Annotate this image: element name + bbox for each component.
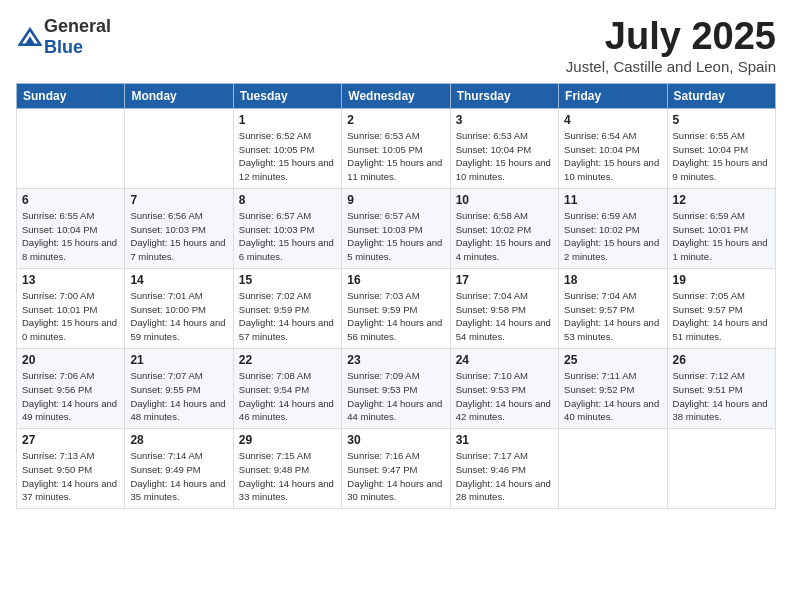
page-header: General Blue July 2025 Justel, Castille …	[16, 16, 776, 75]
calendar-cell: 17Sunrise: 7:04 AMSunset: 9:58 PMDayligh…	[450, 268, 558, 348]
day-number: 7	[130, 193, 227, 207]
day-detail: Sunrise: 6:57 AMSunset: 10:03 PMDaylight…	[347, 209, 444, 264]
calendar-cell: 18Sunrise: 7:04 AMSunset: 9:57 PMDayligh…	[559, 268, 667, 348]
weekday-header-thursday: Thursday	[450, 83, 558, 108]
day-number: 30	[347, 433, 444, 447]
day-detail: Sunrise: 7:02 AMSunset: 9:59 PMDaylight:…	[239, 289, 336, 344]
day-number: 28	[130, 433, 227, 447]
calendar-cell: 16Sunrise: 7:03 AMSunset: 9:59 PMDayligh…	[342, 268, 450, 348]
calendar-cell: 2Sunrise: 6:53 AMSunset: 10:05 PMDayligh…	[342, 108, 450, 188]
day-number: 12	[673, 193, 770, 207]
calendar-cell: 20Sunrise: 7:06 AMSunset: 9:56 PMDayligh…	[17, 348, 125, 428]
calendar-cell: 13Sunrise: 7:00 AMSunset: 10:01 PMDaylig…	[17, 268, 125, 348]
svg-marker-1	[25, 36, 35, 45]
calendar-cell: 12Sunrise: 6:59 AMSunset: 10:01 PMDaylig…	[667, 188, 775, 268]
calendar-week-row: 27Sunrise: 7:13 AMSunset: 9:50 PMDayligh…	[17, 429, 776, 509]
day-number: 3	[456, 113, 553, 127]
calendar-cell	[667, 429, 775, 509]
day-number: 19	[673, 273, 770, 287]
day-detail: Sunrise: 7:13 AMSunset: 9:50 PMDaylight:…	[22, 449, 119, 504]
day-detail: Sunrise: 7:17 AMSunset: 9:46 PMDaylight:…	[456, 449, 553, 504]
day-number: 4	[564, 113, 661, 127]
day-detail: Sunrise: 7:08 AMSunset: 9:54 PMDaylight:…	[239, 369, 336, 424]
day-number: 5	[673, 113, 770, 127]
weekday-header-tuesday: Tuesday	[233, 83, 341, 108]
calendar-week-row: 13Sunrise: 7:00 AMSunset: 10:01 PMDaylig…	[17, 268, 776, 348]
day-number: 9	[347, 193, 444, 207]
day-number: 15	[239, 273, 336, 287]
calendar-cell: 21Sunrise: 7:07 AMSunset: 9:55 PMDayligh…	[125, 348, 233, 428]
weekday-header-row: SundayMondayTuesdayWednesdayThursdayFrid…	[17, 83, 776, 108]
day-number: 22	[239, 353, 336, 367]
day-detail: Sunrise: 7:10 AMSunset: 9:53 PMDaylight:…	[456, 369, 553, 424]
calendar-cell: 28Sunrise: 7:14 AMSunset: 9:49 PMDayligh…	[125, 429, 233, 509]
calendar-cell: 27Sunrise: 7:13 AMSunset: 9:50 PMDayligh…	[17, 429, 125, 509]
calendar-cell: 24Sunrise: 7:10 AMSunset: 9:53 PMDayligh…	[450, 348, 558, 428]
day-number: 13	[22, 273, 119, 287]
day-detail: Sunrise: 6:54 AMSunset: 10:04 PMDaylight…	[564, 129, 661, 184]
title-block: July 2025 Justel, Castille and Leon, Spa…	[566, 16, 776, 75]
day-number: 26	[673, 353, 770, 367]
day-detail: Sunrise: 6:55 AMSunset: 10:04 PMDaylight…	[673, 129, 770, 184]
day-number: 23	[347, 353, 444, 367]
day-detail: Sunrise: 6:57 AMSunset: 10:03 PMDaylight…	[239, 209, 336, 264]
calendar-cell: 26Sunrise: 7:12 AMSunset: 9:51 PMDayligh…	[667, 348, 775, 428]
weekday-header-friday: Friday	[559, 83, 667, 108]
calendar-cell: 30Sunrise: 7:16 AMSunset: 9:47 PMDayligh…	[342, 429, 450, 509]
calendar-cell: 15Sunrise: 7:02 AMSunset: 9:59 PMDayligh…	[233, 268, 341, 348]
calendar-cell: 4Sunrise: 6:54 AMSunset: 10:04 PMDayligh…	[559, 108, 667, 188]
day-number: 31	[456, 433, 553, 447]
day-detail: Sunrise: 7:11 AMSunset: 9:52 PMDaylight:…	[564, 369, 661, 424]
calendar-cell: 11Sunrise: 6:59 AMSunset: 10:02 PMDaylig…	[559, 188, 667, 268]
calendar-cell: 14Sunrise: 7:01 AMSunset: 10:00 PMDaylig…	[125, 268, 233, 348]
day-detail: Sunrise: 7:06 AMSunset: 9:56 PMDaylight:…	[22, 369, 119, 424]
weekday-header-sunday: Sunday	[17, 83, 125, 108]
day-number: 10	[456, 193, 553, 207]
day-number: 27	[22, 433, 119, 447]
day-detail: Sunrise: 7:14 AMSunset: 9:49 PMDaylight:…	[130, 449, 227, 504]
day-detail: Sunrise: 6:53 AMSunset: 10:04 PMDaylight…	[456, 129, 553, 184]
calendar-cell	[125, 108, 233, 188]
day-detail: Sunrise: 6:56 AMSunset: 10:03 PMDaylight…	[130, 209, 227, 264]
calendar-cell: 9Sunrise: 6:57 AMSunset: 10:03 PMDayligh…	[342, 188, 450, 268]
day-number: 21	[130, 353, 227, 367]
calendar-cell	[559, 429, 667, 509]
weekday-header-monday: Monday	[125, 83, 233, 108]
logo-text-blue: Blue	[44, 37, 83, 57]
calendar-cell: 3Sunrise: 6:53 AMSunset: 10:04 PMDayligh…	[450, 108, 558, 188]
logo-text-general: General	[44, 16, 111, 36]
day-detail: Sunrise: 7:04 AMSunset: 9:58 PMDaylight:…	[456, 289, 553, 344]
day-number: 16	[347, 273, 444, 287]
logo-icon	[18, 27, 42, 47]
weekday-header-saturday: Saturday	[667, 83, 775, 108]
day-number: 20	[22, 353, 119, 367]
location-title: Justel, Castille and Leon, Spain	[566, 58, 776, 75]
calendar-cell: 6Sunrise: 6:55 AMSunset: 10:04 PMDayligh…	[17, 188, 125, 268]
day-detail: Sunrise: 7:09 AMSunset: 9:53 PMDaylight:…	[347, 369, 444, 424]
calendar-cell: 29Sunrise: 7:15 AMSunset: 9:48 PMDayligh…	[233, 429, 341, 509]
calendar-cell: 10Sunrise: 6:58 AMSunset: 10:02 PMDaylig…	[450, 188, 558, 268]
day-number: 1	[239, 113, 336, 127]
day-detail: Sunrise: 7:16 AMSunset: 9:47 PMDaylight:…	[347, 449, 444, 504]
day-number: 29	[239, 433, 336, 447]
day-detail: Sunrise: 6:59 AMSunset: 10:02 PMDaylight…	[564, 209, 661, 264]
day-detail: Sunrise: 7:12 AMSunset: 9:51 PMDaylight:…	[673, 369, 770, 424]
day-detail: Sunrise: 6:53 AMSunset: 10:05 PMDaylight…	[347, 129, 444, 184]
calendar-cell: 22Sunrise: 7:08 AMSunset: 9:54 PMDayligh…	[233, 348, 341, 428]
calendar-cell: 8Sunrise: 6:57 AMSunset: 10:03 PMDayligh…	[233, 188, 341, 268]
calendar-cell: 19Sunrise: 7:05 AMSunset: 9:57 PMDayligh…	[667, 268, 775, 348]
day-number: 11	[564, 193, 661, 207]
calendar-cell: 25Sunrise: 7:11 AMSunset: 9:52 PMDayligh…	[559, 348, 667, 428]
day-number: 8	[239, 193, 336, 207]
day-detail: Sunrise: 7:04 AMSunset: 9:57 PMDaylight:…	[564, 289, 661, 344]
day-number: 6	[22, 193, 119, 207]
calendar-cell: 1Sunrise: 6:52 AMSunset: 10:05 PMDayligh…	[233, 108, 341, 188]
calendar-cell: 31Sunrise: 7:17 AMSunset: 9:46 PMDayligh…	[450, 429, 558, 509]
calendar-week-row: 6Sunrise: 6:55 AMSunset: 10:04 PMDayligh…	[17, 188, 776, 268]
day-detail: Sunrise: 7:07 AMSunset: 9:55 PMDaylight:…	[130, 369, 227, 424]
day-detail: Sunrise: 6:59 AMSunset: 10:01 PMDaylight…	[673, 209, 770, 264]
logo: General Blue	[16, 16, 111, 58]
weekday-header-wednesday: Wednesday	[342, 83, 450, 108]
day-detail: Sunrise: 6:58 AMSunset: 10:02 PMDaylight…	[456, 209, 553, 264]
calendar-cell: 7Sunrise: 6:56 AMSunset: 10:03 PMDayligh…	[125, 188, 233, 268]
